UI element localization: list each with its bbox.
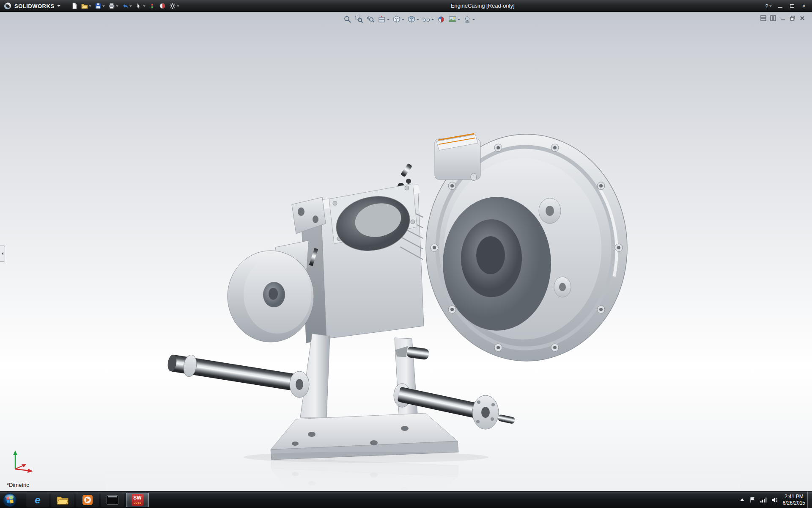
save-icon bbox=[95, 3, 102, 9]
heads-up-view-toolbar bbox=[343, 14, 476, 25]
maximize-button[interactable] bbox=[787, 2, 797, 10]
zoom-to-fit-button[interactable] bbox=[343, 14, 353, 25]
apply-scene-button[interactable] bbox=[447, 14, 461, 25]
minimize-button[interactable] bbox=[776, 2, 785, 10]
taskbar-item-media-player[interactable] bbox=[76, 493, 99, 507]
view-settings-icon bbox=[463, 15, 472, 24]
taskbar-item-solidworks-2015[interactable]: SW 2015 bbox=[126, 493, 149, 507]
volume-icon[interactable] bbox=[771, 497, 778, 503]
display-style-cube-icon bbox=[407, 15, 416, 24]
hide-show-items-button[interactable] bbox=[421, 14, 435, 25]
new-document-button[interactable] bbox=[70, 1, 79, 11]
edit-appearance-button[interactable] bbox=[158, 1, 167, 11]
action-center-flag-icon[interactable] bbox=[749, 497, 755, 503]
brand-name: SOLIDWORKS bbox=[14, 3, 55, 9]
zoom-to-area-icon bbox=[355, 15, 363, 24]
feature-manager-collapsed-tab[interactable] bbox=[0, 246, 5, 262]
network-icon[interactable] bbox=[760, 497, 767, 503]
windows-start-orb-icon bbox=[3, 493, 17, 507]
open-folder-icon bbox=[81, 3, 88, 9]
minimize-icon bbox=[778, 4, 782, 8]
apply-scene-icon bbox=[448, 15, 457, 24]
select-cursor-icon bbox=[135, 3, 142, 9]
title-bar: SOLIDWORKS bbox=[0, 0, 812, 12]
options-button[interactable] bbox=[168, 1, 181, 11]
section-view-button[interactable] bbox=[377, 14, 390, 25]
hide-show-glasses-icon bbox=[422, 15, 431, 24]
rebuild-button[interactable] bbox=[148, 1, 157, 11]
show-desktop-button[interactable] bbox=[807, 491, 812, 508]
save-button[interactable] bbox=[93, 1, 106, 11]
chevron-down-icon[interactable] bbox=[89, 6, 91, 8]
orientation-triad bbox=[8, 447, 36, 474]
view-settings-button[interactable] bbox=[462, 14, 476, 25]
edit-appearance-button[interactable] bbox=[436, 14, 446, 25]
undo-icon bbox=[122, 3, 129, 9]
chevron-down-icon[interactable] bbox=[417, 19, 419, 22]
chevron-left-icon bbox=[0, 252, 3, 255]
help-button[interactable]: ? bbox=[764, 2, 773, 10]
chevron-down-icon[interactable] bbox=[458, 19, 460, 22]
view-orientation-label: *Dimetric bbox=[7, 482, 29, 488]
graphics-area[interactable]: *Dimetric bbox=[0, 12, 812, 491]
display-style-button[interactable] bbox=[406, 14, 420, 25]
appearance-sphere-icon bbox=[159, 3, 166, 9]
gear-icon bbox=[169, 3, 176, 9]
restore-document-icon[interactable] bbox=[790, 15, 796, 21]
hidden-icons-chevron-icon[interactable] bbox=[740, 498, 745, 502]
previous-view-button[interactable] bbox=[365, 14, 376, 25]
maximize-icon bbox=[790, 4, 794, 8]
taskbar: e SW 2015 bbox=[0, 491, 812, 508]
chevron-down-icon[interactable] bbox=[472, 19, 475, 22]
solidworks-2015-icon: SW 2015 bbox=[132, 494, 143, 506]
start-button[interactable] bbox=[0, 491, 19, 508]
minimize-document-icon[interactable] bbox=[780, 15, 786, 21]
chevron-down-icon[interactable] bbox=[116, 6, 118, 8]
clock-date: 6/26/2015 bbox=[783, 500, 805, 506]
chevron-down-icon[interactable] bbox=[129, 6, 132, 8]
document-title: EngineCasing [Read-only] bbox=[450, 0, 514, 12]
close-button[interactable]: × bbox=[799, 2, 809, 10]
ds-swirl-icon bbox=[3, 2, 12, 10]
media-player-icon bbox=[82, 494, 93, 505]
undo-button[interactable] bbox=[121, 1, 133, 11]
zoom-to-area-button[interactable] bbox=[354, 14, 364, 25]
open-button[interactable] bbox=[80, 1, 93, 11]
appearance-sphere-icon bbox=[437, 15, 445, 24]
close-icon: × bbox=[802, 3, 806, 9]
view-orientation-cube-icon bbox=[392, 15, 401, 24]
internet-explorer-icon: e bbox=[35, 494, 40, 505]
view-orientation-button[interactable] bbox=[392, 14, 405, 25]
solidworks-logo[interactable]: SOLIDWORKS bbox=[0, 0, 64, 12]
taskbar-items: e SW 2015 bbox=[26, 493, 149, 507]
document-window-controls bbox=[760, 15, 805, 21]
chevron-down-icon[interactable] bbox=[102, 6, 105, 8]
engine-casing-model[interactable] bbox=[0, 12, 812, 491]
split-horizontal-icon[interactable] bbox=[760, 15, 766, 21]
print-button[interactable] bbox=[107, 1, 120, 11]
chevron-down-icon[interactable] bbox=[387, 19, 390, 22]
section-view-icon bbox=[378, 15, 386, 24]
taskbar-item-internet-explorer[interactable]: e bbox=[26, 493, 49, 507]
close-document-icon[interactable] bbox=[799, 15, 805, 21]
split-vertical-icon[interactable] bbox=[770, 15, 776, 21]
clock-time: 2:41 PM bbox=[783, 494, 805, 500]
taskbar-item-command-prompt[interactable] bbox=[101, 493, 124, 507]
chevron-down-icon[interactable] bbox=[769, 6, 772, 8]
main-toolbar bbox=[70, 1, 181, 11]
new-document-icon bbox=[71, 3, 78, 9]
rebuild-traffic-light-icon bbox=[149, 3, 156, 9]
help-icon: ? bbox=[765, 3, 768, 9]
window-controls: ? × bbox=[764, 0, 809, 12]
taskbar-item-windows-explorer[interactable] bbox=[51, 493, 74, 507]
select-button[interactable] bbox=[134, 1, 147, 11]
chevron-down-icon[interactable] bbox=[143, 6, 145, 8]
chevron-down-icon[interactable] bbox=[57, 5, 60, 8]
chevron-down-icon[interactable] bbox=[177, 6, 179, 8]
system-tray: 2:41 PM 6/26/2015 bbox=[740, 491, 805, 508]
taskbar-clock[interactable]: 2:41 PM 6/26/2015 bbox=[783, 494, 805, 506]
folder-icon bbox=[57, 495, 69, 505]
command-prompt-icon bbox=[107, 495, 118, 505]
chevron-down-icon[interactable] bbox=[431, 19, 434, 22]
chevron-down-icon[interactable] bbox=[402, 19, 404, 22]
